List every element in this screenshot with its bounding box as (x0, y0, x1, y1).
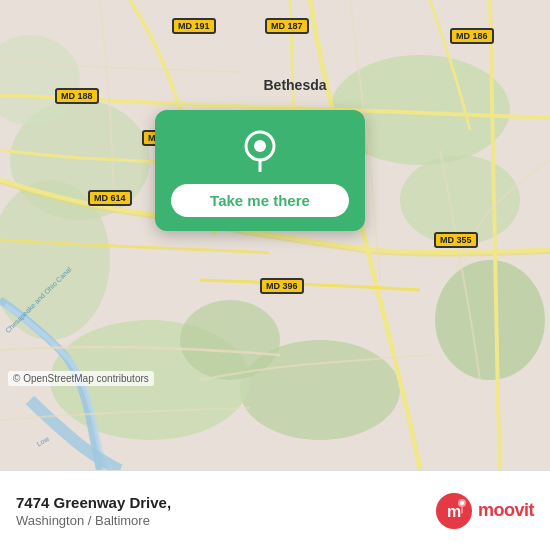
pin-icon (238, 128, 282, 172)
svg-point-14 (254, 140, 266, 152)
svg-point-18 (460, 501, 464, 505)
road-badge-md191-top: MD 191 (172, 18, 216, 34)
moovit-brand-icon: m (436, 493, 472, 529)
road-badge-md188: MD 188 (55, 88, 99, 104)
location-card: Take me there (155, 110, 365, 231)
road-badge-md355: MD 355 (434, 232, 478, 248)
moovit-logo: m moovit (436, 493, 534, 529)
info-bar: 7474 Greenway Drive, Washington / Baltim… (0, 470, 550, 550)
svg-point-7 (180, 300, 280, 380)
take-me-there-button[interactable]: Take me there (171, 184, 349, 217)
map-attribution: © OpenStreetMap contributors (8, 371, 154, 386)
road-badge-md396: MD 396 (260, 278, 304, 294)
svg-text:Bethesda: Bethesda (263, 77, 326, 93)
svg-point-3 (435, 260, 545, 380)
address-section: 7474 Greenway Drive, Washington / Baltim… (16, 494, 171, 528)
road-badge-md186: MD 186 (450, 28, 494, 44)
road-badge-md187: MD 187 (265, 18, 309, 34)
city-line: Washington / Baltimore (16, 513, 171, 528)
address-line: 7474 Greenway Drive, (16, 494, 171, 511)
moovit-text: moovit (478, 500, 534, 521)
map-container: Chesapeake and Ohio Canal Low (0, 0, 550, 470)
road-badge-md614: MD 614 (88, 190, 132, 206)
